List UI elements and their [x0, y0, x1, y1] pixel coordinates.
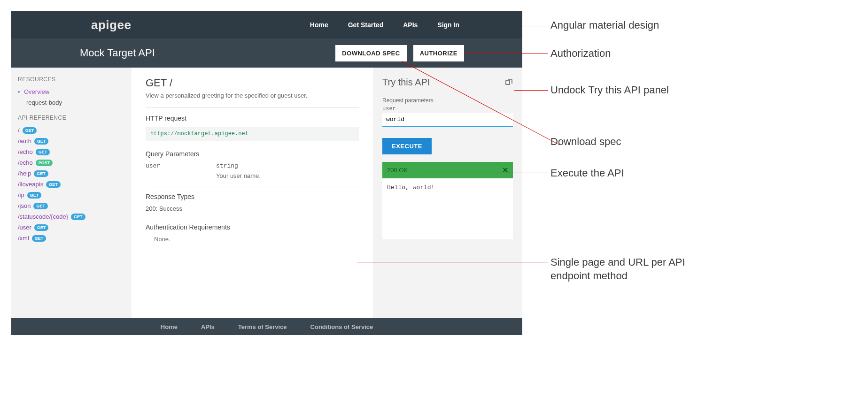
sidebar-item-label: /echo	[18, 148, 33, 155]
sidebar-item-overview[interactable]: Overview	[18, 86, 125, 97]
sidebar-item-request-body[interactable]: request-body	[18, 97, 125, 108]
nav-apis[interactable]: APIs	[403, 21, 418, 29]
footer-cos[interactable]: Conditions of Service	[310, 323, 373, 330]
nav-get-started[interactable]: Get Started	[348, 21, 383, 29]
app-frame: apigee Home Get Started APIs Sign In Moc…	[11, 11, 522, 335]
sidebar-item-label: /xml	[18, 235, 29, 242]
sidebar-item-user[interactable]: /user GET	[18, 222, 125, 233]
sidebar-item-label: /auth	[18, 138, 31, 145]
annotation-authorization: Authorization	[550, 47, 611, 61]
method-badge: GET	[23, 127, 37, 134]
annotation-undock: Undock Try this API panel	[550, 84, 673, 97]
sidebar-item-xml[interactable]: /xml GET	[18, 233, 125, 244]
http-request-url: https://mocktarget.apigee.net	[146, 127, 359, 141]
method-badge: GET	[34, 170, 48, 177]
annotation-angular: Angular material design	[550, 19, 659, 32]
method-badge: GET	[33, 203, 48, 209]
request-params-label: Request parameters	[382, 97, 513, 104]
resource-sidebar: RESOURCES Overview request-body API REFE…	[11, 68, 132, 318]
sidebar-item-label: /echo	[18, 159, 33, 166]
top-nav: apigee Home Get Started APIs Sign In	[11, 11, 522, 38]
sidebar-item-root[interactable]: / GET	[18, 125, 125, 136]
sidebar-heading-resources: RESOURCES	[18, 76, 125, 83]
method-badge: GET	[36, 149, 50, 155]
divider	[146, 186, 359, 186]
sidebar-item-help[interactable]: /help GET	[18, 168, 125, 179]
sidebar-item-label: /user	[18, 224, 31, 231]
response-body: Hello, world!	[382, 178, 513, 239]
response-type-line: 200: Success	[146, 205, 359, 212]
close-icon[interactable]: ✕	[502, 166, 508, 175]
sidebar-item-label: /ip	[18, 191, 24, 199]
auth-req-value: None.	[154, 236, 359, 243]
sidebar-heading-api-reference: API REFERENCE	[18, 115, 125, 121]
sidebar-item-label: /json	[18, 202, 31, 209]
try-api-panel: Try this API Request parameters user EXE…	[373, 68, 522, 318]
callout-line	[514, 90, 548, 91]
authorize-button[interactable]: AUTHORIZE	[413, 45, 464, 61]
sidebar-item-echo-get[interactable]: /echo GET	[18, 146, 125, 157]
divider	[146, 107, 359, 108]
footer: Home APIs Terms of Service Conditions of…	[11, 318, 522, 335]
undock-icon[interactable]	[505, 79, 513, 86]
nav-home[interactable]: Home	[310, 21, 328, 29]
method-badge: GET	[34, 224, 49, 231]
footer-home[interactable]: Home	[161, 323, 178, 330]
endpoint-title: GET /	[146, 77, 359, 89]
endpoint-description: View a personalized greeting for the spe…	[146, 92, 359, 99]
sidebar-item-ip[interactable]: /ip GET	[18, 190, 125, 200]
param-type: string	[216, 162, 238, 169]
annotation-single-page: Single page and URL per API endpoint met…	[550, 256, 701, 283]
annotation-download: Download spec	[550, 135, 621, 149]
annotation-execute: Execute the API	[550, 167, 624, 180]
method-badge: GET	[46, 181, 61, 188]
user-field-label: user	[382, 106, 513, 112]
execute-button[interactable]: EXECUTE	[382, 138, 432, 154]
response-types-heading: Response Types	[146, 193, 359, 200]
sidebar-item-label: /iloveapis	[18, 181, 43, 188]
brand-logo: apigee	[91, 18, 131, 32]
sidebar-item-auth[interactable]: /auth GET	[18, 136, 125, 146]
param-name: user	[146, 162, 216, 169]
query-param-row: user string	[146, 162, 359, 169]
callout-line	[472, 26, 547, 26]
http-request-heading: HTTP request	[146, 115, 359, 122]
callout-line	[357, 262, 548, 262]
user-input[interactable]	[382, 113, 513, 127]
nav-sign-in[interactable]: Sign In	[437, 21, 459, 29]
param-description: Your user name.	[216, 172, 359, 179]
method-badge: GET	[32, 235, 46, 242]
auth-req-heading: Authentication Requirements	[146, 223, 359, 231]
sidebar-item-label: /	[18, 127, 20, 134]
footer-apis[interactable]: APIs	[201, 323, 215, 330]
main-layout: RESOURCES Overview request-body API REFE…	[11, 68, 522, 318]
sidebar-item-iloveapis[interactable]: /iloveapis GET	[18, 179, 125, 190]
response-status-text: 200 OK	[387, 167, 408, 174]
callout-line	[420, 173, 548, 173]
sidebar-item-label: /statuscode/{code}	[18, 213, 68, 220]
method-badge: GET	[27, 192, 42, 199]
sidebar-item-label: /help	[18, 170, 31, 177]
sidebar-item-json[interactable]: /json GET	[18, 200, 125, 211]
query-params-heading: Query Parameters	[146, 150, 359, 158]
endpoint-content: GET / View a personalized greeting for t…	[132, 68, 373, 318]
try-api-title: Try this API	[382, 77, 513, 88]
download-spec-button[interactable]: DOWNLOAD SPEC	[335, 45, 407, 61]
svg-rect-0	[506, 81, 510, 84]
sidebar-item-statuscode[interactable]: /statuscode/{code} GET	[18, 211, 125, 222]
method-badge: GET	[34, 138, 49, 145]
footer-tos[interactable]: Terms of Service	[238, 323, 287, 330]
response-status-bar: 200 OK ✕	[382, 162, 513, 178]
callout-line	[464, 54, 548, 54]
method-badge: GET	[71, 214, 85, 220]
method-badge: POST	[36, 160, 53, 166]
api-title: Mock Target API	[80, 47, 155, 59]
sidebar-item-echo-post[interactable]: /echo POST	[18, 157, 125, 168]
sub-nav: Mock Target API DOWNLOAD SPEC AUTHORIZE	[11, 38, 522, 68]
